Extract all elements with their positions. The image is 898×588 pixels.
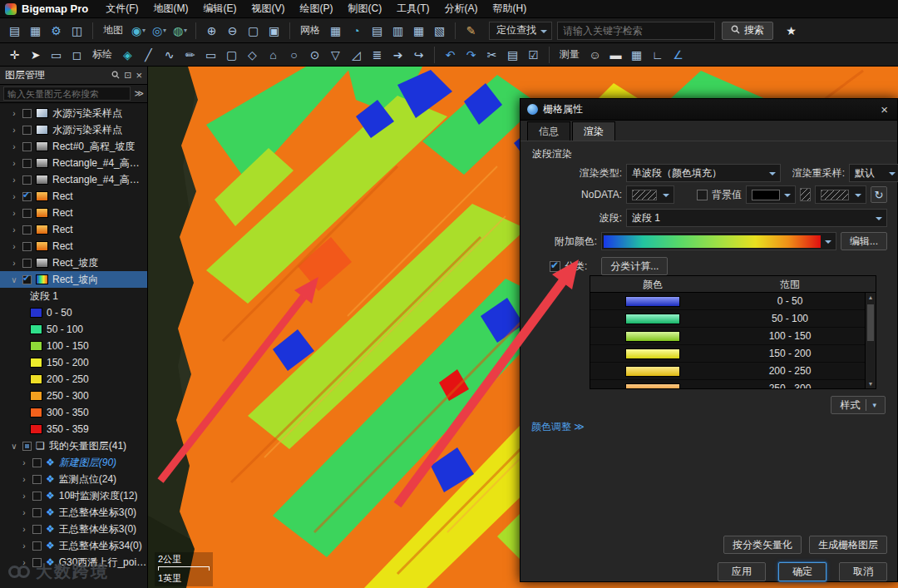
person-height-icon[interactable]: ☺ (585, 46, 604, 64)
tab-info[interactable]: 信息 (527, 121, 570, 141)
layer-tree-row[interactable]: › ❖ 王总整体坐标3(0) (0, 521, 147, 537)
expand-arrow-icon[interactable]: › (10, 225, 18, 235)
expand-arrow-icon[interactable]: ∨ (10, 275, 18, 284)
search-button[interactable]: 搜索 (722, 22, 773, 40)
panel-dock-icon[interactable]: ⊡ (124, 70, 131, 81)
layer-tree-row[interactable]: 100 - 150 (0, 338, 147, 354)
band-select[interactable]: 波段 1 (626, 209, 887, 227)
layer-label[interactable]: 10时监测浓度(12) (59, 489, 138, 503)
layer-label[interactable]: Rect_坡度 (52, 256, 98, 270)
layer-label[interactable]: 新建图层(90) (59, 456, 116, 470)
locate-search-select[interactable]: 定位查找 (489, 22, 552, 40)
layer-tree-row[interactable]: 波段 1 (0, 288, 147, 304)
classification-row[interactable]: 0 - 50 (590, 293, 876, 310)
panel-search-icon[interactable] (111, 71, 120, 81)
layer-tree-row[interactable]: › Rect#0_高程_坡度 (0, 138, 147, 155)
layer-label[interactable]: 0 - 50 (47, 307, 72, 319)
color-adjust-link[interactable]: 颜色调整 ≫ (531, 420, 585, 434)
kilometer-grid-icon[interactable]: ▥ (388, 22, 407, 40)
layer-tree-row[interactable]: › 水源污染采样点 (0, 121, 147, 138)
draw-ellipse-icon[interactable]: ⊙ (305, 46, 324, 64)
expand-arrow-icon[interactable]: › (10, 109, 18, 118)
menu-item[interactable]: 编辑(E) (196, 0, 244, 17)
layer-visibility-checkbox[interactable] (22, 442, 32, 451)
menu-item[interactable]: 帮助(H) (486, 0, 535, 17)
layer-visibility-checkbox[interactable] (22, 175, 32, 185)
layer-label[interactable]: 150 - 200 (47, 357, 89, 368)
layer-tree-row[interactable]: 50 - 100 (0, 321, 147, 338)
cut-scissors-icon[interactable]: ✂ (482, 46, 501, 64)
slope-tool-icon[interactable]: ◿ (347, 46, 366, 64)
expand-arrow-icon[interactable]: › (10, 259, 18, 268)
layer-label[interactable]: 水源污染采样点 (52, 106, 122, 121)
classification-row[interactable]: 150 - 200 (590, 345, 876, 363)
history-imagery-globe-icon[interactable]: ◎ (150, 22, 169, 40)
ruler-icon[interactable]: ▬ (606, 46, 625, 64)
stairs-tool-icon[interactable]: ≣ (368, 46, 387, 64)
expand-arrow-icon[interactable]: › (10, 192, 18, 201)
right-angle-icon[interactable]: ∟ (648, 46, 667, 64)
cancel-button[interactable]: 取消 (839, 562, 887, 581)
draw-pencil-icon[interactable]: ✏ (180, 46, 200, 64)
table-scrollbar[interactable]: ▴ ▾ (865, 293, 876, 388)
layers-globe-icon[interactable]: ◍ (170, 22, 190, 40)
redo-icon[interactable]: ↷ (461, 46, 481, 64)
expand-arrow-icon[interactable]: › (10, 142, 18, 151)
degree-grid-icon[interactable]: ▤ (368, 22, 387, 40)
layer-visibility-checkbox[interactable] (22, 159, 32, 168)
layer-visibility-checkbox[interactable] (32, 475, 42, 484)
layer-label[interactable]: Rect (52, 224, 73, 235)
area-grid-icon[interactable]: ▦ (627, 46, 646, 64)
generate-raster-layer-button[interactable]: 生成栅格图层 (809, 536, 887, 554)
layer-tree-row[interactable]: 250 - 300 (0, 388, 147, 404)
layer-visibility-checkbox[interactable] (32, 508, 42, 517)
mesh-grid-icon[interactable]: ▦ (409, 22, 428, 40)
apply-button[interactable]: 应用 (718, 562, 766, 581)
expand-arrow-icon[interactable]: › (20, 541, 28, 551)
layer-label[interactable]: Rectangle_#4_高程_Le... (52, 156, 147, 170)
draw-polyline-icon[interactable]: ∿ (160, 46, 179, 64)
layer-tree-row[interactable]: 200 - 250 (0, 371, 147, 388)
layer-visibility-checkbox[interactable] (32, 492, 42, 501)
background-value-checkbox[interactable] (697, 190, 708, 200)
menu-item[interactable]: 制图(C) (341, 0, 390, 17)
color-ramp-select[interactable] (601, 232, 836, 250)
draw-circle-icon[interactable]: ○ (284, 46, 303, 64)
layer-tree-row[interactable]: › Rect (0, 238, 147, 254)
layer-label[interactable]: 200 - 250 (47, 373, 89, 385)
menu-item[interactable]: 工具(T) (389, 0, 437, 17)
expand-arrow-icon[interactable]: › (20, 458, 28, 467)
layer-label[interactable]: Rect_坡向 (52, 273, 98, 287)
classification-row[interactable]: 250 - 300 (590, 380, 876, 389)
favorite-star-icon[interactable]: ★ (782, 22, 801, 40)
layer-label[interactable]: 300 - 350 (47, 407, 89, 418)
layer-label[interactable]: 250 - 300 (47, 390, 89, 402)
expand-arrow-icon[interactable]: › (20, 475, 28, 484)
classification-row[interactable]: 50 - 100 (590, 310, 876, 328)
layer-label[interactable]: Rectangle_#4_高程_Le... (52, 173, 147, 187)
layer-visibility-checkbox[interactable] (22, 275, 32, 284)
menu-item[interactable]: 视图(V) (244, 0, 293, 17)
transparent-color-select[interactable] (815, 185, 866, 204)
layer-label[interactable]: 王总整体坐标3(0) (59, 522, 136, 536)
layer-visibility-checkbox[interactable] (32, 525, 42, 534)
vectorize-by-class-button[interactable]: 按分类矢量化 (723, 536, 802, 554)
layer-label[interactable]: 波段 1 (30, 289, 58, 304)
classification-row[interactable]: 200 - 250 (590, 363, 876, 380)
close-icon[interactable]: × (878, 102, 891, 116)
panel-close-icon[interactable]: × (136, 69, 142, 82)
clean-brush-icon[interactable]: ✎ (461, 22, 481, 40)
layer-visibility-checkbox[interactable] (22, 109, 32, 118)
layer-tree-row[interactable]: 150 - 200 (0, 354, 147, 371)
layer-tree-row[interactable]: 300 - 350 (0, 404, 147, 421)
draw-rectangle-icon[interactable]: ▭ (201, 46, 220, 64)
zoom-in-icon[interactable]: ⊕ (202, 22, 221, 40)
settings-gear-icon[interactable]: ⚙ (47, 22, 66, 40)
layer-visibility-checkbox[interactable] (22, 225, 32, 235)
classification-row[interactable]: 100 - 150 (590, 328, 876, 345)
layer-tree-row[interactable]: ∨ ❏ 我的矢量图层(41) (0, 437, 147, 454)
layer-label[interactable]: 水源污染采样点 (52, 123, 122, 137)
menu-item[interactable]: 分析(A) (437, 0, 486, 17)
select-rect-tool-icon[interactable]: ▭ (47, 46, 66, 64)
resample-select[interactable]: 默认 (849, 164, 898, 182)
